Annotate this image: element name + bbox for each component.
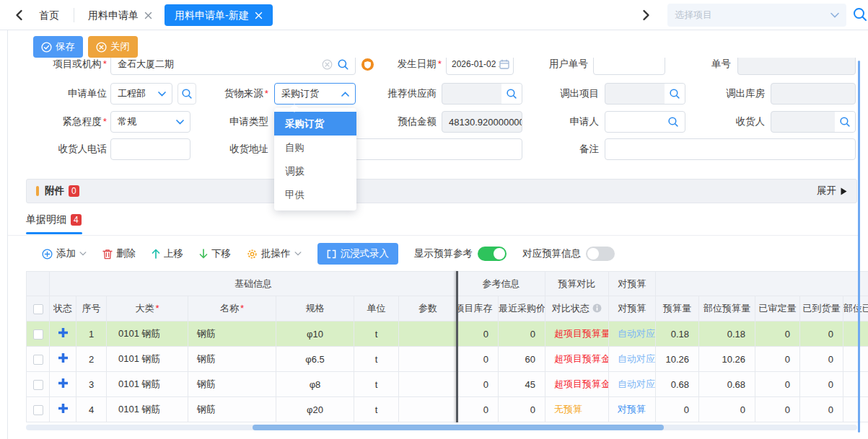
- tab-close-icon[interactable]: [144, 12, 152, 19]
- select-all-checkbox[interactable]: [27, 296, 50, 322]
- cell-name: 钢筋: [188, 347, 276, 372]
- search-icon[interactable]: [667, 116, 679, 128]
- expand-triangle-icon: [841, 187, 847, 195]
- attachment-expand-button[interactable]: 展开: [817, 185, 847, 198]
- arrow-down-icon: [199, 249, 208, 259]
- app-window: 首页 用料申请单 用料申请单-新建 选择项目 项目或机构* 金石大厦二期: [0, 0, 868, 439]
- cell-to-budget[interactable]: 自动对应: [609, 322, 656, 347]
- cell-stock: 0: [457, 397, 499, 422]
- attachment-marker-icon: [36, 186, 39, 196]
- cell-param: [399, 372, 457, 397]
- column-header-param: 参数: [399, 296, 457, 322]
- est-amount-field: 48130.9200000000: [442, 111, 522, 133]
- cell-to-budget[interactable]: 自动对应: [609, 372, 656, 397]
- cell-arrived_qty: 0: [800, 347, 843, 372]
- source-option[interactable]: 调拨: [274, 159, 356, 183]
- remark-label: 备注: [541, 138, 599, 160]
- tabs-back-icon[interactable]: [12, 7, 27, 23]
- tabs-forward-icon[interactable]: [638, 7, 654, 23]
- row-checkbox[interactable]: [27, 397, 50, 422]
- table-row: 20101 钢筋钢筋φ6.5t060超项目预算金额自动对应10.2610.260…: [27, 347, 868, 372]
- show-budget-ref-toggle[interactable]: [478, 247, 507, 261]
- receiver-phone-field[interactable]: [110, 138, 190, 160]
- cell-param: [399, 397, 457, 422]
- cell-approved_qty: 0: [755, 372, 800, 397]
- cell-stock: 0: [457, 322, 499, 347]
- cell-seq: 3: [76, 372, 107, 397]
- remark-field[interactable]: [605, 138, 856, 160]
- applicant-label: 申请人: [541, 111, 599, 133]
- row-checkbox[interactable]: [27, 372, 50, 397]
- detail-tab-count-badge: 4: [71, 214, 82, 226]
- row-checkbox[interactable]: [27, 347, 50, 372]
- global-search-icon[interactable]: [852, 6, 868, 22]
- source-option[interactable]: 采购订货: [274, 112, 356, 136]
- delete-row-button[interactable]: 删除: [102, 247, 136, 260]
- group-header: 预算对比: [545, 272, 609, 296]
- move-down-button[interactable]: 下移: [199, 247, 231, 260]
- group-header: 对预算: [609, 272, 656, 296]
- urgency-field[interactable]: 常规: [110, 111, 190, 133]
- cell-to-budget[interactable]: 对预算: [609, 397, 656, 422]
- toggle-knob: [494, 248, 505, 260]
- clear-icon[interactable]: [322, 59, 333, 70]
- attachment-bar[interactable]: 附件 0 展开: [26, 179, 857, 203]
- cell-to-budget[interactable]: 自动对应: [609, 347, 656, 372]
- move-up-button[interactable]: 上移: [152, 247, 183, 260]
- cell-compare_status: 超项目预算金额: [545, 347, 609, 372]
- cell-spec: φ6.5: [276, 347, 354, 372]
- attachment-label: 附件: [45, 185, 64, 198]
- close-label: 关闭: [110, 40, 130, 53]
- row-add-button[interactable]: [50, 397, 76, 422]
- frozen-columns-divider[interactable]: [456, 271, 458, 422]
- horizontal-scrollbar-thumb[interactable]: [253, 425, 664, 430]
- batch-operation-button[interactable]: 批操作: [247, 247, 302, 260]
- detail-table-wrap: 基础信息参考信息预算对比对预算状态序号大类*名称*规格单位参数项目库存最近采购价…: [26, 271, 868, 422]
- project-select-input[interactable]: 选择项目: [667, 4, 846, 27]
- row-checkbox[interactable]: [27, 322, 50, 347]
- apply-dept-field[interactable]: 工程部: [110, 83, 172, 105]
- tab-material-request-new[interactable]: 用料申请单-新建: [165, 4, 273, 26]
- cell-unit: t: [354, 347, 399, 372]
- receiver-phone-label: 收货人电话: [14, 138, 107, 160]
- detail-tab[interactable]: 单据明细 4: [26, 213, 82, 226]
- receiver-label: 收货人: [707, 111, 765, 133]
- row-add-button[interactable]: [50, 372, 76, 397]
- tab-label: 用料申请单-新建: [175, 4, 249, 26]
- column-header-to_budget: 对预算: [609, 296, 656, 322]
- vertical-scrollbar[interactable]: [858, 61, 860, 433]
- tab-material-request[interactable]: 用料申请单: [84, 4, 157, 26]
- applicant-field[interactable]: [605, 111, 685, 133]
- tab-close-icon[interactable]: [255, 12, 263, 19]
- out-warehouse-field: [771, 83, 856, 105]
- horizontal-scrollbar[interactable]: [26, 425, 857, 430]
- column-header-seq: 序号: [76, 296, 107, 322]
- search-icon[interactable]: [337, 58, 349, 71]
- supplier-label: 推荐供应商: [372, 83, 437, 105]
- save-button[interactable]: 保存: [33, 36, 83, 58]
- chevron-down-icon: [294, 252, 302, 256]
- arrow-up-icon: [152, 249, 160, 259]
- search-icon[interactable]: [669, 88, 680, 99]
- tab-home[interactable]: 首页: [35, 4, 63, 26]
- goods-source-field[interactable]: 采购订货: [274, 83, 356, 105]
- row-add-button[interactable]: [50, 347, 76, 372]
- search-icon[interactable]: [839, 116, 851, 128]
- add-row-button[interactable]: 添加: [42, 247, 87, 260]
- save-label: 保存: [56, 40, 75, 53]
- close-button[interactable]: 关闭: [88, 36, 138, 58]
- table-row: 40101 钢筋钢筋φ20t00无预算对预算0000: [27, 397, 868, 422]
- search-icon[interactable]: [506, 88, 517, 99]
- close-circle-icon: [96, 42, 107, 53]
- cell-compare_status: 超项目预算金额: [545, 372, 609, 397]
- dropdown-notch: [290, 104, 298, 112]
- apply-dept-search-button[interactable]: [177, 83, 196, 105]
- search-icon: [181, 88, 193, 99]
- source-option[interactable]: 甲供: [274, 183, 356, 207]
- row-add-button[interactable]: [50, 322, 76, 347]
- cell-spec: φ20: [276, 397, 354, 422]
- source-option[interactable]: 自购: [274, 136, 356, 159]
- immersive-entry-button[interactable]: 沉浸式录入: [317, 243, 399, 265]
- budget-info-toggle[interactable]: [586, 247, 615, 261]
- chevron-down-icon: [158, 92, 166, 97]
